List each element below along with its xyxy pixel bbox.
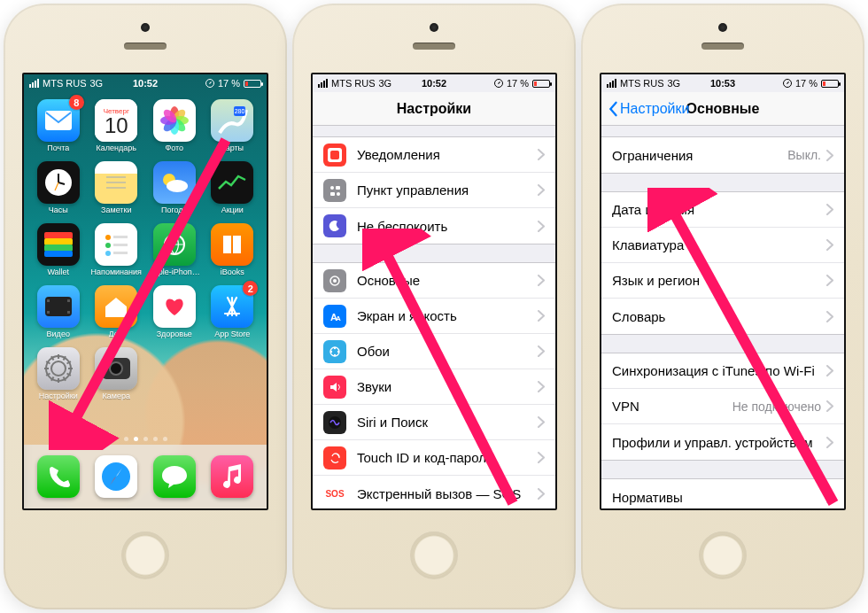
app-заметки[interactable]: Заметки: [89, 161, 144, 214]
settings-list[interactable]: УведомленияПункт управленияНе беспокоить…: [313, 126, 555, 508]
general-row-словарь[interactable]: Словарь: [601, 299, 844, 334]
app-label: Почта: [47, 144, 69, 152]
general-row-дата-и-время[interactable]: Дата и время: [601, 192, 844, 228]
home-button[interactable]: [699, 532, 747, 579]
app-настройки[interactable]: Настройки: [31, 347, 86, 400]
page-dots[interactable]: [24, 437, 267, 441]
general-list[interactable]: ОграниченияВыкл.Дата и времяКлавиатураЯз…: [601, 126, 844, 508]
app-wallet[interactable]: Wallet: [31, 223, 86, 276]
app-часы[interactable]: Часы: [31, 161, 86, 214]
svg-rect-22: [44, 232, 73, 239]
settings-row-уведомления[interactable]: Уведомления: [313, 137, 555, 173]
screen-settings: MTS RUS 3G 10:52 17 % Настройки Уведомле…: [311, 73, 557, 510]
app-ibooks[interactable]: iBooks: [205, 223, 260, 276]
app-здоровье[interactable]: Здоровье: [147, 285, 202, 338]
svg-point-21: [167, 180, 188, 192]
svg-point-74: [334, 353, 336, 355]
general-row-язык-и-регион[interactable]: Язык и регион: [601, 263, 844, 299]
settings-row-пункт-управления[interactable]: Пункт управления: [313, 173, 555, 208]
back-button[interactable]: Настройки: [607, 101, 689, 117]
home-button[interactable]: [121, 532, 169, 579]
general-row-синхронизация-с-itunes-по-wi-fi[interactable]: Синхронизация с iTunes по Wi-Fi: [601, 353, 844, 389]
dock-music[interactable]: [211, 455, 253, 498]
svg-point-72: [334, 346, 336, 348]
settings-row-обои[interactable]: Обои: [313, 334, 555, 369]
row-label: Синхронизация с iTunes по Wi-Fi: [612, 363, 826, 378]
app-icon: [211, 161, 253, 204]
app-app store[interactable]: 2App Store: [205, 285, 260, 338]
app-акции[interactable]: Акции: [205, 161, 260, 214]
chevron-right-icon: [826, 492, 833, 503]
badge: 8: [69, 95, 84, 110]
general-row-vpn[interactable]: VPNНе подключено: [601, 389, 844, 424]
row-label: Экстренный вызов — SOS: [357, 486, 538, 501]
app-label: Apple-iPhon…: [149, 268, 200, 276]
screen-general: MTS RUS 3G 10:53 17 % Настройки Основные…: [600, 73, 846, 510]
app-icon: [211, 223, 253, 266]
chevron-right-icon: [538, 184, 545, 196]
chevron-right-icon: [538, 149, 545, 160]
settings-row-не-беспокоить[interactable]: Не беспокоить: [313, 208, 555, 244]
svg-rect-25: [44, 251, 73, 257]
app-календарь[interactable]: Четверг10Календарь: [89, 99, 144, 152]
svg-rect-46: [58, 378, 59, 383]
app-apple-iphon…[interactable]: Apple-iPhon…: [147, 223, 202, 276]
app-label: Видео: [47, 330, 70, 338]
svg-point-26: [105, 235, 111, 240]
general-row-ограничения[interactable]: ОграниченияВыкл.: [601, 137, 844, 173]
chevron-right-icon: [538, 275, 545, 286]
app-icon: Четверг10: [95, 99, 137, 142]
row-label: Уведомления: [357, 147, 538, 162]
general-row-профили-и-управл.-устройством[interactable]: Профили и управл. устройством: [601, 424, 844, 460]
settings-row-siri-и-поиск[interactable]: Siri и Поиск: [313, 405, 555, 440]
row-value: Выкл.: [787, 148, 821, 162]
app-камера[interactable]: Камера: [89, 347, 144, 400]
dock-safari[interactable]: [95, 455, 137, 498]
app-label: Здоровье: [157, 330, 192, 338]
app-дом[interactable]: Дом: [89, 285, 144, 338]
app-почта[interactable]: 8Почта: [31, 99, 86, 152]
app-label: Дом: [109, 330, 124, 338]
settings-row-экстренный-вызов-—-sos[interactable]: SOSЭкстренный вызов — SOS: [313, 476, 555, 508]
settings-row-звуки[interactable]: Звуки: [313, 369, 555, 405]
app-фото[interactable]: Фото: [147, 99, 202, 152]
app-карты[interactable]: 280Карты: [205, 99, 260, 152]
app-icon: 8: [37, 99, 80, 142]
app-видео[interactable]: Видео: [31, 285, 86, 338]
row-icon: [323, 269, 346, 292]
svg-point-63: [330, 186, 334, 190]
general-row-клавиатура[interactable]: Клавиатура: [601, 228, 844, 263]
row-label: VPN: [612, 399, 732, 414]
back-label: Настройки: [620, 101, 689, 117]
status-time: 10:52: [24, 78, 267, 89]
app-погода[interactable]: Погода: [147, 161, 202, 214]
general-row-нормативы[interactable]: Нормативы: [601, 479, 844, 508]
settings-row-touch-id-и-код-пароль[interactable]: Touch ID и код-пароль: [313, 440, 555, 476]
home-apps-grid: 8ПочтаЧетверг10КалендарьФото280КартыЧасы…: [24, 96, 267, 404]
app-icon: [95, 223, 137, 266]
settings-row-основные[interactable]: Основные: [313, 263, 555, 299]
row-icon: [323, 144, 346, 167]
dock-phone[interactable]: [37, 455, 80, 498]
row-label: Словарь: [612, 309, 826, 324]
svg-point-75: [330, 350, 332, 352]
settings-row-экран-и-яркость[interactable]: AAЭкран и яркость: [313, 299, 555, 334]
chevron-right-icon: [826, 275, 833, 286]
earpiece-speaker: [124, 43, 167, 50]
row-label: Клавиатура: [612, 237, 826, 252]
dock-messages[interactable]: [153, 455, 196, 498]
page-title: Основные: [686, 101, 760, 117]
svg-point-73: [337, 350, 339, 352]
svg-point-66: [337, 192, 340, 196]
row-label: Пункт управления: [357, 182, 538, 198]
app-icon: [37, 347, 80, 390]
svg-rect-23: [44, 238, 73, 245]
home-button[interactable]: [410, 532, 458, 579]
rotation-lock-icon: [494, 79, 503, 88]
svg-rect-24: [44, 244, 73, 252]
row-label: Обои: [357, 344, 538, 359]
svg-rect-65: [330, 192, 335, 196]
app-label: App Store: [214, 330, 250, 338]
row-label: Не беспокоить: [357, 219, 538, 234]
app-напоминания[interactable]: Напоминания: [89, 223, 144, 276]
